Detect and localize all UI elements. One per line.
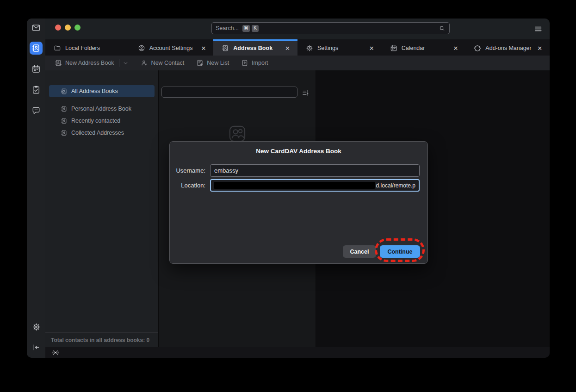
tab-local-folders[interactable]: Local Folders: [45, 39, 130, 56]
chat-space-button[interactable]: [30, 104, 43, 117]
folder-icon: [54, 44, 61, 52]
chat-icon: [31, 106, 41, 115]
address-book-icon: [61, 88, 68, 95]
tab-label: Settings: [317, 45, 367, 51]
new-contact-button[interactable]: New Contact: [141, 59, 185, 67]
status-bar: [45, 347, 550, 358]
puzzle-icon: [474, 44, 481, 52]
collapse-spaces-button[interactable]: [30, 341, 43, 354]
new-list-button[interactable]: New List: [196, 59, 229, 67]
address-books-sidebar: All Address Books Personal Address Book …: [45, 70, 158, 347]
contacts-count-status: Total contacts in all address books: 0: [45, 332, 158, 347]
address-book-icon: [61, 106, 68, 112]
tab-settings[interactable]: Settings ✕: [297, 39, 382, 56]
close-tab-icon[interactable]: ✕: [283, 44, 292, 53]
sidebar-item-label: Collected Addresses: [71, 130, 124, 136]
new-contact-icon: [141, 59, 148, 67]
close-tab-icon[interactable]: ✕: [199, 44, 208, 53]
import-icon: [241, 59, 248, 67]
sidebar-item-label: Recently contacted: [71, 118, 120, 124]
contacts-filter-input[interactable]: [161, 87, 297, 98]
close-tab-icon[interactable]: ✕: [367, 44, 376, 53]
address-book-space-button[interactable]: [30, 42, 43, 55]
search-icon: [439, 25, 446, 32]
toolbar-divider: [119, 59, 119, 67]
toolbar-label: New List: [207, 60, 229, 66]
tasks-space-button[interactable]: [30, 83, 43, 96]
sidebar-item-recently-contacted[interactable]: Recently contacted: [49, 115, 155, 127]
new-list-icon: [196, 59, 204, 67]
sidebar-item-personal-address-book[interactable]: Personal Address Book: [49, 103, 155, 115]
gear-icon: [32, 323, 41, 331]
location-visible-text: d.local/remote.p: [376, 182, 415, 189]
maximize-window-button[interactable]: [74, 25, 81, 31]
new-address-book-icon: [55, 59, 62, 67]
tab-addons-manager[interactable]: Add-ons Manager ✕: [465, 39, 550, 56]
settings-space-button[interactable]: [30, 320, 43, 333]
tab-label: Calendar: [402, 45, 452, 51]
address-book-icon: [222, 44, 229, 52]
dialog-title: New CardDAV Address Book: [170, 148, 427, 155]
new-address-book-button[interactable]: New Address Book: [55, 59, 129, 67]
username-label: Username:: [170, 167, 205, 174]
display-options-button[interactable]: [301, 88, 310, 97]
close-tab-icon[interactable]: ✕: [451, 44, 460, 53]
address-book-icon: [61, 130, 68, 137]
search-placeholder: Search...: [216, 25, 239, 31]
location-field[interactable]: d.local/remote.p: [210, 179, 420, 192]
tab-bar: Local Folders Account Settings ✕ Address…: [45, 39, 550, 56]
tab-address-book[interactable]: Address Book ✕: [213, 39, 297, 56]
app-menu-button[interactable]: [533, 24, 543, 33]
broadcast-status-icon: [51, 348, 60, 357]
titlebar: Search... ⌘ K: [45, 19, 550, 39]
display-options-icon: [302, 89, 310, 97]
tab-calendar[interactable]: Calendar ✕: [382, 39, 466, 56]
import-button[interactable]: Import: [241, 59, 268, 67]
tab-label: Account Settings: [149, 45, 199, 51]
username-field[interactable]: [210, 164, 420, 177]
toolbar-label: Import: [252, 60, 268, 66]
gear-icon: [306, 44, 313, 52]
cmd-key-badge: ⌘: [242, 25, 250, 32]
close-window-button[interactable]: [55, 25, 61, 31]
total-contacts-text: Total contacts in all address books: 0: [51, 337, 149, 343]
minimize-window-button[interactable]: [65, 25, 71, 31]
calendar-icon: [390, 44, 397, 52]
address-book-toolbar: New Address Book New Contact New List Im…: [45, 56, 550, 70]
calendar-space-button[interactable]: [30, 62, 43, 75]
tasks-icon: [31, 85, 41, 94]
k-key-badge: K: [252, 25, 259, 32]
mail-space-button[interactable]: [30, 21, 43, 34]
tab-label: Add-ons Manager: [485, 45, 535, 51]
address-book-icon: [31, 44, 41, 53]
tab-account-settings[interactable]: Account Settings ✕: [130, 39, 214, 56]
sidebar-item-label: Personal Address Book: [71, 106, 131, 112]
global-search-bar[interactable]: Search... ⌘ K: [211, 22, 450, 34]
sidebar-item-all-address-books[interactable]: All Address Books: [49, 85, 155, 97]
screenshot-root: Search... ⌘ K Local Folders Account Sett…: [0, 0, 576, 392]
account-icon: [138, 44, 145, 52]
app-spaces-bar: [27, 19, 45, 358]
contacts-empty-icon: [228, 124, 247, 143]
chevron-down-icon[interactable]: [123, 60, 129, 66]
toolbar-label: New Contact: [151, 60, 185, 66]
cancel-button[interactable]: Cancel: [343, 245, 376, 258]
collapse-icon: [32, 343, 41, 352]
carddav-dialog: New CardDAV Address Book Username: Locat…: [169, 141, 428, 264]
sidebar-item-collected-addresses[interactable]: Collected Addresses: [49, 127, 155, 139]
hamburger-icon: [534, 25, 543, 33]
close-tab-icon[interactable]: ✕: [535, 44, 544, 53]
sidebar-item-label: All Address Books: [71, 88, 118, 94]
redaction-bar: [214, 182, 375, 189]
tab-label: Local Folders: [65, 45, 124, 51]
tab-label: Address Book: [233, 45, 283, 51]
calendar-icon: [31, 64, 41, 74]
continue-button[interactable]: Continue: [380, 245, 420, 258]
toolbar-label: New Address Book: [65, 60, 114, 66]
mail-icon: [31, 23, 41, 32]
address-book-icon: [61, 118, 68, 124]
location-label: Location:: [170, 182, 205, 189]
